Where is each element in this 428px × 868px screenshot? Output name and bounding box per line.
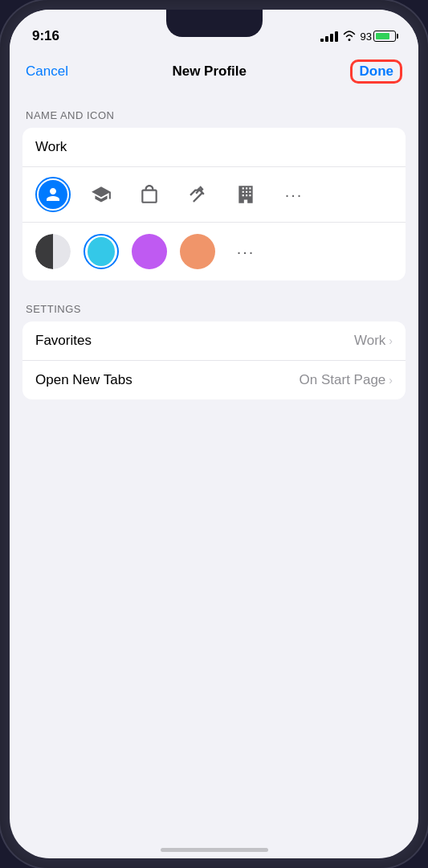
status-bar: 9:16 93 [10,10,418,53]
color-more[interactable]: ··· [228,234,263,269]
content-area: NAME AND ICON Work [10,93,418,416]
name-icon-section: NAME AND ICON Work [10,109,418,280]
cancel-button[interactable]: Cancel [26,63,68,80]
status-icons: 93 [320,30,396,43]
battery-icon: 93 [361,31,396,43]
icon-hammer[interactable] [180,177,215,212]
settings-section-label: SETTINGS [10,303,418,321]
navigation-bar: Cancel New Profile Done [10,53,418,93]
home-indicator [161,848,268,852]
favorites-current-value: Work [354,333,385,349]
open-new-tabs-label: Open New Tabs [35,372,132,388]
favorites-label: Favorites [35,333,92,349]
status-time: 9:16 [32,28,59,44]
color-purple[interactable] [132,234,167,269]
icon-bag[interactable] [132,177,167,212]
open-new-tabs-current-value: On Start Page [300,372,386,388]
open-new-tabs-value: On Start Page › [300,372,393,388]
icon-more[interactable]: ··· [276,177,312,212]
color-more-dots-icon: ··· [237,243,255,261]
open-new-tabs-row[interactable]: Open New Tabs On Start Page › [22,361,406,399]
color-blue[interactable] [84,234,119,269]
wifi-icon [343,30,356,43]
favorites-value: Work › [354,333,393,349]
name-icon-card: Work [22,128,406,280]
phone-screen: 9:16 93 [10,10,418,858]
favorites-row[interactable]: Favorites Work › [22,321,406,361]
color-dark[interactable] [35,234,71,269]
settings-section: SETTINGS Favorites Work › Open New Tabs [10,303,418,399]
more-dots-icon: ··· [285,186,304,204]
open-new-tabs-chevron: › [389,374,393,387]
icon-graduation[interactable] [84,177,119,212]
favorites-chevron: › [389,334,393,347]
notch [166,10,263,37]
page-title: New Profile [172,63,247,80]
building-icon [235,184,256,205]
profile-name-field[interactable]: Work [22,128,406,167]
signal-icon [320,31,338,42]
icon-person[interactable] [35,177,71,212]
name-icon-section-label: NAME AND ICON [10,109,418,128]
graduation-icon [91,184,112,205]
settings-card: Favorites Work › Open New Tabs On Start … [22,321,406,399]
person-icon [45,186,61,203]
color-orange[interactable] [180,234,215,269]
hammer-icon [187,184,208,205]
done-button[interactable]: Done [350,59,402,84]
icon-building[interactable] [228,177,263,212]
icon-row: ··· [22,167,406,223]
phone-frame: 9:16 93 [0,0,428,868]
color-row: ··· [22,223,406,280]
bag-icon [139,184,160,205]
